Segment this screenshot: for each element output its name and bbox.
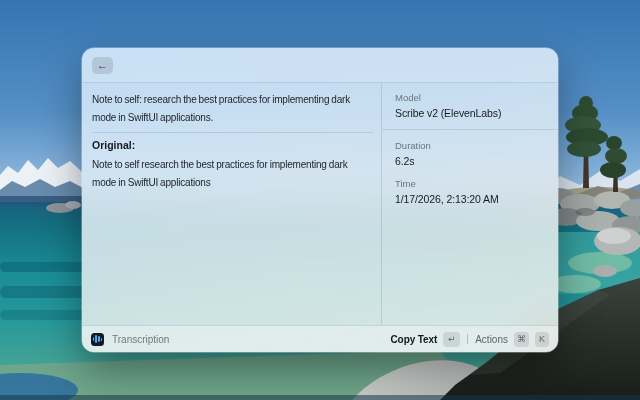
time-label: Time <box>395 178 546 189</box>
window-footer: Transcription Copy Text ↵ Actions ⌘ K <box>82 325 558 352</box>
transcript-pane: Note to self: research the best practice… <box>82 83 381 325</box>
app-name-label: Transcription <box>112 334 169 345</box>
footer-actions: Copy Text ↵ Actions ⌘ K <box>391 332 550 347</box>
metadata-sidebar: Model Scribe v2 (ElevenLabs) Duration 6.… <box>382 83 558 325</box>
formatted-transcript-text: Note to self: research the best practice… <box>92 91 373 127</box>
sidebar-divider <box>382 129 558 130</box>
model-value: Scribe v2 (ElevenLabs) <box>395 107 546 119</box>
original-transcript-text: Note to self research the best practices… <box>92 156 373 192</box>
transcription-window: ← Note to self: research the best practi… <box>82 48 558 352</box>
model-label: Model <box>395 92 546 103</box>
original-label: Original: <box>92 139 373 151</box>
actions-label: Actions <box>475 334 508 345</box>
window-header: ← <box>82 48 558 83</box>
waveform-app-icon <box>91 333 104 346</box>
command-key-icon: ⌘ <box>514 332 529 347</box>
copy-text-button[interactable]: Copy Text ↵ <box>391 332 461 347</box>
footer-separator <box>467 334 468 344</box>
back-button[interactable]: ← <box>92 57 113 74</box>
model-group: Model Scribe v2 (ElevenLabs) <box>395 92 546 119</box>
desktop: ← Note to self: research the best practi… <box>0 0 640 400</box>
window-body: Note to self: research the best practice… <box>82 83 558 325</box>
footer-app-info: Transcription <box>91 333 169 346</box>
bottom-water-strip <box>0 395 640 400</box>
time-group: Time 1/17/2026, 2:13:20 AM <box>395 178 546 205</box>
actions-button[interactable]: Actions ⌘ K <box>475 332 549 347</box>
duration-group: Duration 6.2s <box>395 140 546 167</box>
copy-text-label: Copy Text <box>391 334 438 345</box>
back-icon: ← <box>97 60 108 71</box>
duration-label: Duration <box>395 140 546 151</box>
return-key-icon: ↵ <box>443 332 460 347</box>
transcript-divider <box>92 132 373 133</box>
time-value: 1/17/2026, 2:13:20 AM <box>395 193 546 205</box>
k-key-icon: K <box>535 332 549 347</box>
duration-value: 6.2s <box>395 155 546 167</box>
